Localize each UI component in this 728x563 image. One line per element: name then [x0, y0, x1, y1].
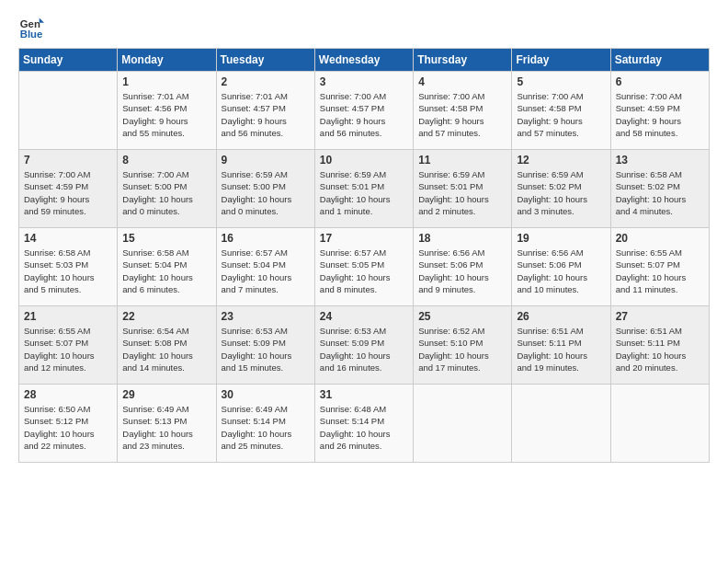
calendar-cell	[512, 385, 610, 463]
calendar-cell: 31Sunrise: 6:48 AM Sunset: 5:14 PM Dayli…	[314, 385, 413, 463]
calendar-cell: 21Sunrise: 6:55 AM Sunset: 5:07 PM Dayli…	[19, 306, 118, 385]
weekday-header-row: SundayMondayTuesdayWednesdayThursdayFrid…	[19, 49, 710, 72]
day-number: 29	[122, 388, 210, 401]
calendar-cell: 30Sunrise: 6:49 AM Sunset: 5:14 PM Dayli…	[216, 385, 314, 463]
day-detail: Sunrise: 6:56 AM Sunset: 5:06 PM Dayligh…	[517, 247, 605, 295]
day-number: 24	[320, 310, 408, 323]
calendar-cell: 8Sunrise: 7:00 AM Sunset: 5:00 PM Daylig…	[118, 150, 216, 228]
calendar-cell: 1Sunrise: 7:01 AM Sunset: 4:56 PM Daylig…	[118, 72, 216, 150]
logo: Gen Blue	[18, 15, 48, 40]
day-number: 2	[222, 75, 310, 88]
day-number: 28	[24, 388, 112, 401]
calendar-cell: 17Sunrise: 6:57 AM Sunset: 5:05 PM Dayli…	[314, 228, 413, 306]
calendar-cell: 11Sunrise: 6:59 AM Sunset: 5:01 PM Dayli…	[414, 150, 512, 228]
day-detail: Sunrise: 6:53 AM Sunset: 5:09 PM Dayligh…	[222, 325, 310, 373]
day-detail: Sunrise: 6:55 AM Sunset: 5:07 PM Dayligh…	[616, 247, 704, 295]
day-number: 4	[418, 75, 506, 88]
day-detail: Sunrise: 6:50 AM Sunset: 5:12 PM Dayligh…	[24, 403, 112, 452]
calendar-cell: 23Sunrise: 6:53 AM Sunset: 5:09 PM Dayli…	[216, 306, 314, 385]
day-detail: Sunrise: 7:00 AM Sunset: 4:58 PM Dayligh…	[418, 90, 506, 139]
day-detail: Sunrise: 6:59 AM Sunset: 5:00 PM Dayligh…	[222, 168, 310, 217]
day-number: 14	[24, 232, 112, 245]
day-detail: Sunrise: 6:48 AM Sunset: 5:14 PM Dayligh…	[320, 403, 408, 452]
day-number: 7	[24, 154, 112, 167]
calendar-week-row: 1Sunrise: 7:01 AM Sunset: 4:56 PM Daylig…	[19, 72, 710, 150]
day-number: 25	[418, 310, 506, 323]
day-detail: Sunrise: 7:01 AM Sunset: 4:56 PM Dayligh…	[122, 90, 210, 139]
weekday-header-friday: Friday	[512, 49, 610, 72]
calendar-cell: 26Sunrise: 6:51 AM Sunset: 5:11 PM Dayli…	[512, 306, 610, 385]
day-number: 16	[222, 232, 310, 245]
weekday-header-wednesday: Wednesday	[314, 49, 413, 72]
day-number: 30	[222, 388, 310, 401]
day-detail: Sunrise: 6:49 AM Sunset: 5:13 PM Dayligh…	[122, 403, 210, 452]
day-number: 19	[517, 232, 605, 245]
day-detail: Sunrise: 6:59 AM Sunset: 5:01 PM Dayligh…	[418, 168, 506, 217]
day-number: 21	[24, 310, 112, 323]
header: Gen Blue	[18, 15, 710, 40]
calendar-table: SundayMondayTuesdayWednesdayThursdayFrid…	[18, 48, 710, 463]
calendar-week-row: 7Sunrise: 7:00 AM Sunset: 4:59 PM Daylig…	[19, 150, 710, 228]
day-number: 8	[122, 154, 210, 167]
calendar-cell: 7Sunrise: 7:00 AM Sunset: 4:59 PM Daylig…	[19, 150, 118, 228]
calendar-cell: 12Sunrise: 6:59 AM Sunset: 5:02 PM Dayli…	[512, 150, 610, 228]
calendar-cell: 9Sunrise: 6:59 AM Sunset: 5:00 PM Daylig…	[216, 150, 314, 228]
day-detail: Sunrise: 6:59 AM Sunset: 5:01 PM Dayligh…	[320, 168, 408, 217]
calendar-cell: 5Sunrise: 7:00 AM Sunset: 4:58 PM Daylig…	[512, 72, 610, 150]
calendar-cell: 15Sunrise: 6:58 AM Sunset: 5:04 PM Dayli…	[118, 228, 216, 306]
day-number: 18	[418, 232, 506, 245]
day-number: 13	[616, 154, 704, 167]
calendar-cell	[414, 385, 512, 463]
day-detail: Sunrise: 6:52 AM Sunset: 5:10 PM Dayligh…	[418, 325, 506, 373]
day-number: 11	[418, 154, 506, 167]
calendar-cell: 20Sunrise: 6:55 AM Sunset: 5:07 PM Dayli…	[610, 228, 709, 306]
calendar-cell: 18Sunrise: 6:56 AM Sunset: 5:06 PM Dayli…	[414, 228, 512, 306]
logo-icon: Gen Blue	[18, 15, 44, 40]
calendar-cell: 14Sunrise: 6:58 AM Sunset: 5:03 PM Dayli…	[19, 228, 118, 306]
weekday-header-saturday: Saturday	[610, 49, 709, 72]
weekday-header-tuesday: Tuesday	[216, 49, 314, 72]
day-number: 1	[122, 75, 210, 88]
weekday-header-sunday: Sunday	[19, 49, 118, 72]
calendar-week-row: 28Sunrise: 6:50 AM Sunset: 5:12 PM Dayli…	[19, 385, 710, 463]
day-detail: Sunrise: 7:00 AM Sunset: 4:59 PM Dayligh…	[616, 90, 704, 139]
calendar-cell: 24Sunrise: 6:53 AM Sunset: 5:09 PM Dayli…	[314, 306, 413, 385]
calendar-cell	[19, 72, 118, 150]
day-number: 5	[517, 75, 605, 88]
day-detail: Sunrise: 6:53 AM Sunset: 5:09 PM Dayligh…	[320, 325, 408, 373]
calendar-cell	[610, 385, 709, 463]
calendar-cell: 27Sunrise: 6:51 AM Sunset: 5:11 PM Dayli…	[610, 306, 709, 385]
day-detail: Sunrise: 6:55 AM Sunset: 5:07 PM Dayligh…	[24, 325, 112, 373]
calendar-cell: 29Sunrise: 6:49 AM Sunset: 5:13 PM Dayli…	[118, 385, 216, 463]
calendar-cell: 6Sunrise: 7:00 AM Sunset: 4:59 PM Daylig…	[610, 72, 709, 150]
weekday-header-thursday: Thursday	[414, 49, 512, 72]
calendar-week-row: 21Sunrise: 6:55 AM Sunset: 5:07 PM Dayli…	[19, 306, 710, 385]
calendar-cell: 22Sunrise: 6:54 AM Sunset: 5:08 PM Dayli…	[118, 306, 216, 385]
day-number: 20	[616, 232, 704, 245]
weekday-header-monday: Monday	[118, 49, 216, 72]
day-number: 9	[222, 154, 310, 167]
calendar-cell: 13Sunrise: 6:58 AM Sunset: 5:02 PM Dayli…	[610, 150, 709, 228]
calendar-cell: 2Sunrise: 7:01 AM Sunset: 4:57 PM Daylig…	[216, 72, 314, 150]
day-number: 22	[122, 310, 210, 323]
day-detail: Sunrise: 6:56 AM Sunset: 5:06 PM Dayligh…	[418, 247, 506, 295]
calendar-cell: 19Sunrise: 6:56 AM Sunset: 5:06 PM Dayli…	[512, 228, 610, 306]
day-number: 12	[517, 154, 605, 167]
day-number: 31	[320, 388, 408, 401]
day-detail: Sunrise: 7:01 AM Sunset: 4:57 PM Dayligh…	[222, 90, 310, 139]
calendar-cell: 4Sunrise: 7:00 AM Sunset: 4:58 PM Daylig…	[414, 72, 512, 150]
day-detail: Sunrise: 7:00 AM Sunset: 4:57 PM Dayligh…	[320, 90, 408, 139]
day-number: 23	[222, 310, 310, 323]
day-detail: Sunrise: 6:58 AM Sunset: 5:03 PM Dayligh…	[24, 247, 112, 295]
day-number: 10	[320, 154, 408, 167]
svg-text:Blue: Blue	[20, 29, 43, 40]
day-number: 17	[320, 232, 408, 245]
day-number: 27	[616, 310, 704, 323]
day-number: 26	[517, 310, 605, 323]
day-number: 6	[616, 75, 704, 88]
calendar-cell: 10Sunrise: 6:59 AM Sunset: 5:01 PM Dayli…	[314, 150, 413, 228]
day-detail: Sunrise: 6:57 AM Sunset: 5:04 PM Dayligh…	[222, 247, 310, 295]
day-detail: Sunrise: 7:00 AM Sunset: 5:00 PM Dayligh…	[122, 168, 210, 217]
day-detail: Sunrise: 6:59 AM Sunset: 5:02 PM Dayligh…	[517, 168, 605, 217]
calendar-cell: 16Sunrise: 6:57 AM Sunset: 5:04 PM Dayli…	[216, 228, 314, 306]
